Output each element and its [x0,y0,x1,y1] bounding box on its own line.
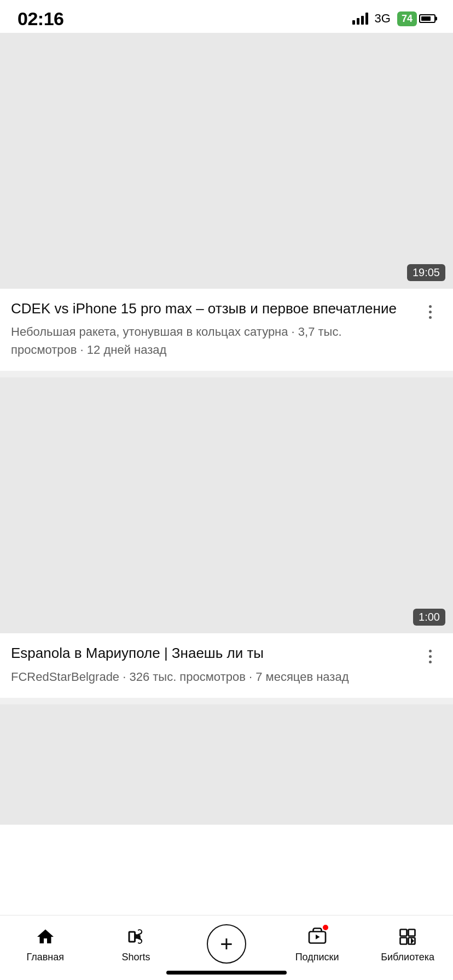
nav-item-home[interactable]: Главная [13,925,78,963]
video-info-2: Espanola в Мариуполе | Знаешь ли ты FCRe… [0,633,453,697]
nav-label-subscriptions: Подписки [295,952,339,963]
three-dots-icon-2 [429,650,432,663]
video-duration-2: 1:00 [413,609,445,626]
signal-icon [352,13,368,25]
subs-icon-wrapper [307,926,327,948]
battery-icon [419,14,435,23]
status-bar: 02:16 3G 74 [0,0,453,33]
shorts-icon [124,925,147,948]
signal-bar-4 [365,13,368,25]
nav-item-library[interactable]: Библиотека [375,925,440,963]
video-card-3[interactable] [0,704,453,825]
video-text-2: Espanola в Мариуполе | Знаешь ли ты FCRe… [11,643,409,685]
svg-rect-2 [409,929,415,936]
nav-item-shorts[interactable]: Shorts [103,925,169,963]
battery-container: 74 [397,11,435,26]
signal-bar-2 [357,18,359,25]
battery-badge: 74 [397,11,417,26]
video-meta-2: FCRedStarBelgrade · 326 тыс. просмотров … [11,668,409,686]
video-card-1[interactable]: 19:05 CDEK vs iPhone 15 pro max – отзыв … [0,33,453,371]
subscriptions-notification-dot [322,924,329,931]
home-icon [34,925,57,948]
video-card-2[interactable]: 1:00 Espanola в Мариуполе | Знаешь ли ты… [0,377,453,697]
subscriptions-icon [306,925,329,948]
nav-item-subscriptions[interactable]: Подписки [284,925,350,963]
nav-label-home: Главная [27,952,65,963]
nav-item-add[interactable]: + [194,924,259,964]
nav-label-library: Библиотека [381,952,434,963]
three-dots-icon-1 [429,305,432,319]
video-text-1: CDEK vs iPhone 15 pro max – отзыв и перв… [11,299,409,359]
video-menu-btn-2[interactable] [418,644,442,668]
network-label: 3G [375,11,391,26]
video-separator-1 [0,371,453,377]
library-icon [396,925,419,948]
video-thumbnail-1[interactable]: 19:05 [0,33,453,289]
video-thumbnail-2[interactable]: 1:00 [0,377,453,633]
svg-rect-1 [400,929,407,936]
nav-label-shorts: Shorts [121,952,150,963]
signal-bar-3 [361,16,364,25]
add-button[interactable]: + [207,924,246,964]
video-menu-btn-1[interactable] [418,300,442,324]
video-separator-2 [0,698,453,704]
video-title-2[interactable]: Espanola в Мариуполе | Знаешь ли ты [11,643,409,663]
status-right: 3G 74 [352,11,435,26]
home-indicator [166,971,287,975]
video-meta-1: Небольшая ракета, утонувшая в кольцах са… [11,323,409,359]
video-title-1[interactable]: CDEK vs iPhone 15 pro max – отзыв и перв… [11,299,409,318]
video-info-1: CDEK vs iPhone 15 pro max – отзыв и перв… [0,289,453,371]
battery-fill [421,16,431,21]
status-time: 02:16 [18,8,63,30]
signal-bar-1 [352,20,355,25]
video-thumbnail-3-partial[interactable] [0,704,453,825]
svg-rect-3 [400,937,407,944]
plus-icon: + [220,933,233,955]
video-duration-1: 19:05 [407,264,445,281]
